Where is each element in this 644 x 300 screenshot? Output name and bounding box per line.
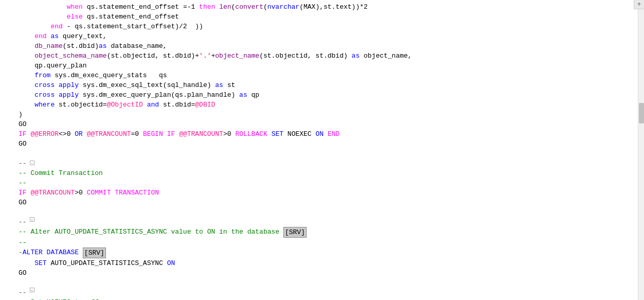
code-line-empty [19,207,634,217]
code-line: GO [19,119,634,129]
code-line: else qs.statement_end_offset [19,12,634,22]
code-line-empty [19,278,634,288]
code-line: -- [19,178,634,188]
code-editor[interactable]: when qs.statement_end_offset =-1 then le… [0,0,638,300]
code-line: IF @@ERROR<>0 OR @@TRANCOUNT=0 BEGIN IF … [19,129,634,139]
code-line: -- - [19,158,634,168]
code-line: -- - [19,288,634,297]
code-line: ) [19,110,634,119]
code-line-empty [19,149,634,158]
code-line: when qs.statement_end_offset =-1 then le… [19,2,634,12]
vertical-scrollbar[interactable] [638,0,644,300]
code-line: object_schema_name(st.objectid, st.dbid)… [19,51,634,61]
code-line: GO [19,198,634,207]
code-line: - ALTER DATABASE [SRV] [19,248,634,258]
code-line: GO [19,268,634,278]
code-line: where st.objectid=@ObjectID and st.dbid=… [19,100,634,110]
code-line: cross apply sys.dm_exec_query_plan(qs.pl… [19,90,634,100]
code-line: end as query_text, [19,31,634,41]
code-line: -- [19,238,634,248]
code-line: GO [19,139,634,149]
scrollbar-thumb[interactable] [639,103,644,123]
code-lines: when qs.statement_end_offset =-1 then le… [0,2,638,300]
code-line: db_name(st.dbid)as database_name, [19,41,634,51]
code-line: -- - [19,217,634,227]
code-line: SET AUTO_UPDATE_STATISTICS_ASYNC ON [19,258,634,268]
code-line: qp.query_plan [19,61,634,70]
code-line: -- Alter AUTO_UPDATE_STATISTICS_ASYNC va… [19,227,634,238]
code-line: end - qs.statement_start_offset)/2 )) [19,22,634,31]
code-line: -- Commit Transaction [19,168,634,178]
code-line: from sys.dm_exec_query_stats qs [19,70,634,80]
code-line: -- Set NOEXEC to off [19,297,634,300]
code-line: IF @@TRANCOUNT>0 COMMIT TRANSACTION [19,188,634,198]
editor-container: + when qs.statement_end_offset =-1 then … [0,0,644,300]
code-line: cross apply sys.dm_exec_sql_text(sql_han… [19,80,634,90]
